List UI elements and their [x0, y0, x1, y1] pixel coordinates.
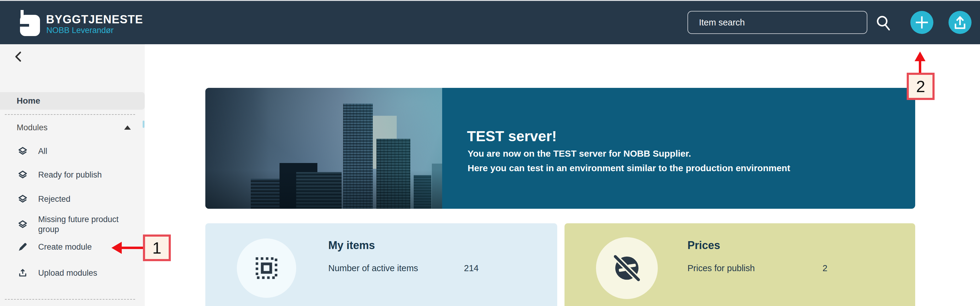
card-label: Prices for publish: [687, 263, 755, 273]
annotation-marker-1: 1: [143, 234, 171, 261]
card-title: My items: [328, 239, 375, 252]
city-hero-image: [205, 88, 442, 209]
top-navbar: BYGGTJENESTE NOBB Leverandør: [0, 1, 980, 44]
sidebar-item-label: All: [38, 146, 47, 156]
card-icon-circle: [596, 237, 658, 299]
plus-icon: [910, 11, 933, 34]
sidebar-section-modules[interactable]: Modules: [0, 121, 145, 135]
sidebar-item-rejected[interactable]: Rejected: [18, 194, 70, 204]
upload-button[interactable]: [948, 11, 972, 34]
sidebar: Home Modules All Ready for publish: [0, 44, 145, 306]
sidebar-item-ready-for-publish[interactable]: Ready for publish: [18, 170, 102, 180]
collapse-arrow-up-icon[interactable]: [124, 126, 131, 130]
sidebar-item-label: Upload modules: [38, 268, 97, 278]
layers-icon: [18, 219, 28, 230]
sidebar-item-label: Rejected: [38, 194, 70, 204]
add-button[interactable]: [910, 11, 933, 34]
layers-icon: [18, 170, 28, 180]
card-icon-circle: [237, 238, 296, 298]
annotation-number: 1: [152, 238, 161, 257]
sidebar-item-home[interactable]: Home: [0, 92, 145, 110]
card-value: 214: [464, 263, 479, 273]
annotation-arrow-left: [111, 242, 122, 254]
sidebar-item-label: Create module: [38, 242, 92, 252]
card-label: Number of active items: [328, 263, 418, 273]
banner-line2: Here you can test in an environment simi…: [468, 163, 790, 173]
sidebar-item-label: Ready for publish: [38, 170, 102, 180]
item-search-input[interactable]: [687, 11, 867, 34]
home-label: Home: [17, 96, 40, 106]
brand-subtitle: NOBB Leverandør: [46, 26, 114, 35]
banner-line1: You are now on the TEST server for NOBB …: [468, 148, 691, 159]
sidebar-divider: [5, 114, 135, 115]
search-icon[interactable]: [874, 14, 893, 32]
sidebar-item-upload-modules[interactable]: Upload modules: [18, 268, 97, 278]
sidebar-item-missing-future-product-group[interactable]: Missing future product group: [18, 215, 133, 234]
pencil-icon: [18, 242, 28, 252]
banner-title: TEST server!: [467, 128, 557, 145]
annotation-arrow-up: [915, 51, 926, 61]
upload-icon: [948, 11, 972, 34]
annotation-arrow-shaft: [121, 247, 143, 249]
byggtjeneste-logo-icon[interactable]: [20, 10, 41, 36]
chevron-left-icon: [14, 51, 23, 62]
test-server-banner: TEST server! You are now on the TEST ser…: [205, 88, 915, 209]
sidebar-item-all[interactable]: All: [18, 146, 47, 156]
layers-icon: [18, 194, 28, 204]
annotation-number: 2: [916, 77, 925, 96]
price-crossed-icon: [609, 250, 645, 286]
layers-icon: [18, 146, 28, 156]
sidebar-collapse-button[interactable]: [11, 50, 25, 64]
brand-title: BYGGTJENESTE: [46, 13, 143, 26]
modules-section-label: Modules: [17, 123, 48, 132]
upload-icon: [18, 268, 28, 278]
app-root: BYGGTJENESTE NOBB Leverandør: [0, 0, 980, 306]
annotation-arrow-shaft: [919, 61, 921, 73]
prices-card[interactable]: Prices Prices for publish 2: [565, 223, 915, 306]
card-title: Prices: [687, 239, 720, 252]
sidebar-item-create-module[interactable]: Create module: [18, 242, 92, 252]
my-items-card[interactable]: My items Number of active items 214: [205, 223, 557, 306]
card-value: 2: [822, 263, 827, 273]
sidebar-item-label: Missing future product group: [38, 215, 133, 234]
module-icon: [254, 255, 279, 281]
annotation-marker-2: 2: [907, 73, 935, 100]
sidebar-divider: [5, 299, 135, 300]
